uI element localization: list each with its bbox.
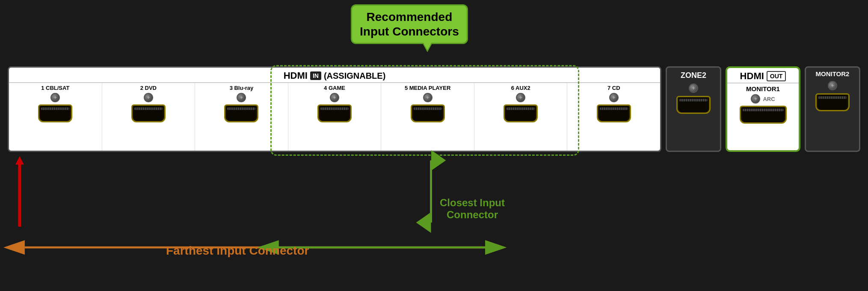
connector-slot-1: 1 CBL/SAT	[9, 83, 102, 151]
monitor2-label: MONITOR2	[816, 70, 850, 77]
hdmi-port-3	[224, 104, 258, 122]
hdmi-port-5	[411, 104, 445, 122]
slot-label-1: 1 CBL/SAT	[41, 85, 69, 91]
connectors-row: 1 CBL/SAT 2 DVD 3 Blu-ray 4 GAME	[9, 83, 660, 151]
hdmi-out-title: HDMI	[740, 71, 764, 82]
tooltip-line1: Recommended	[367, 10, 453, 24]
closest-label: Closest InputConnector	[440, 197, 505, 221]
connector-slot-4: 4 GAME	[288, 83, 382, 151]
hdmi-port-1	[38, 104, 72, 122]
monitor1-label: MONITOR1	[746, 85, 780, 92]
hdmi-port-2	[131, 104, 166, 122]
hdmi-out-header: HDMI OUT	[727, 68, 799, 83]
in-badge: IN	[310, 71, 321, 80]
connector-slot-3: 3 Blu-ray	[195, 83, 288, 151]
screw-2	[144, 93, 153, 102]
connector-slot-6: 6 AUX2	[474, 83, 568, 151]
slot-label-2: 2 DVD	[140, 85, 157, 91]
main-panel-row: HDMI IN (ASSIGNABLE) 1 CBL/SAT 2 DVD 3 B…	[8, 66, 860, 152]
hdmi-port-4	[317, 104, 352, 122]
tooltip-line2: Input Connectors	[360, 25, 459, 38]
bottom-annotations: Farthest Input Connector Closest InputCo…	[8, 156, 860, 289]
out-badge: OUT	[767, 71, 786, 81]
monitor2-screw	[828, 81, 837, 90]
screw-4	[330, 93, 339, 102]
connector-slot-2: 2 DVD	[102, 83, 196, 151]
slot-label-6: 6 AUX2	[511, 85, 530, 91]
farthest-label: Farthest Input Connector	[166, 244, 309, 258]
screw-5	[423, 93, 433, 102]
hdmi-in-header: HDMI IN (ASSIGNABLE)	[9, 68, 660, 83]
hdmi-port-6	[504, 104, 538, 122]
screw-3	[237, 93, 246, 102]
slot-label-7: 7 CD	[607, 85, 620, 91]
arrows-svg	[8, 156, 860, 289]
zone2-label: ZONE2	[681, 71, 706, 80]
slot-label-5: 5 MEDIA PLAYER	[405, 85, 450, 91]
monitor1-hdmi-port	[740, 106, 787, 124]
screw-6	[516, 93, 525, 102]
monitor1-screw	[751, 94, 760, 104]
zone2-hdmi-port	[676, 96, 711, 114]
svg-marker-1	[15, 156, 24, 164]
hdmi-out-panel: HDMI OUT MONITOR1 ARC	[726, 66, 800, 152]
hdmi-in-title: HDMI	[284, 70, 308, 81]
zone2-screw	[689, 83, 698, 93]
slot-label-3: 3 Blu-ray	[230, 85, 254, 91]
slot-label-4: 4 GAME	[324, 85, 345, 91]
assignable-label: (ASSIGNABLE)	[324, 71, 385, 81]
hdmi-port-7	[597, 104, 631, 122]
monitor2-hdmi-port	[815, 93, 850, 111]
hdmi-in-panel: HDMI IN (ASSIGNABLE) 1 CBL/SAT 2 DVD 3 B…	[8, 66, 661, 152]
screw-7	[609, 93, 619, 102]
zone2-panel: ZONE2	[666, 66, 721, 152]
recommended-connectors-tooltip: Recommended Input Connectors	[351, 4, 468, 44]
monitor2-panel: MONITOR2	[805, 66, 860, 152]
connector-slot-5: 5 MEDIA PLAYER	[381, 83, 474, 151]
connector-slot-7: 7 CD	[567, 83, 660, 151]
screw-1	[50, 93, 60, 102]
arc-label: ARC	[763, 96, 775, 102]
